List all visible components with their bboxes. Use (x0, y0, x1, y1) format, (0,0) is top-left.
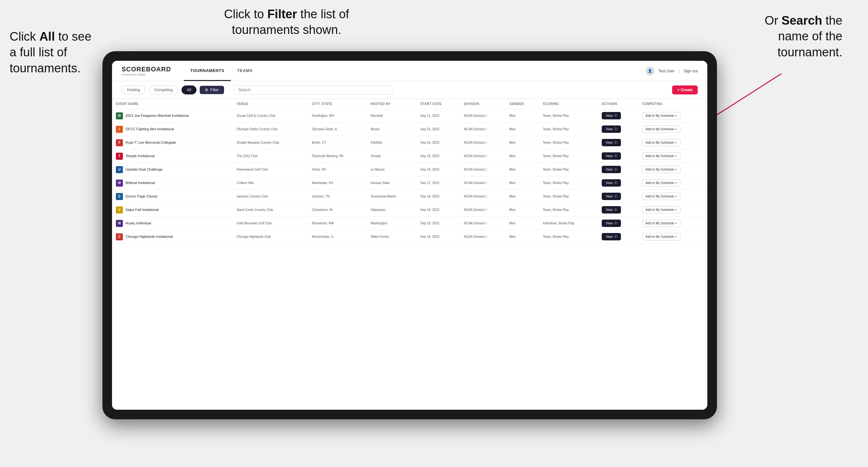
event-name-text: Temple Invitational (125, 154, 155, 158)
hosted-by-cell: Tennessee-Martin (367, 190, 416, 203)
view-button[interactable]: View ⓘ (602, 166, 621, 173)
search-input[interactable] (234, 85, 394, 95)
event-name-text: Wildcat Invitational (125, 181, 155, 185)
start-date-cell: Sep 16, 2023 (416, 136, 460, 150)
venue-cell: Olympia Fields Country Club (233, 123, 308, 136)
view-button[interactable]: View ⓘ (602, 220, 621, 227)
division-cell: NCAA Division I (460, 109, 505, 123)
tablet-screen: SCOREBOARD Powered by clippd TOURNAMENTS… (112, 61, 707, 410)
table-row: M 2023 Joe Feaganes Marshall Invitationa… (112, 109, 707, 123)
nav-tab-teams[interactable]: TEAMS (231, 61, 259, 81)
event-name-text: Upstate Dual Challenge (125, 167, 163, 172)
city-cell: Plymouth Meeting, PA (308, 150, 367, 163)
division-cell: NCAA Division I (460, 163, 505, 176)
division-cell: NCAA Division I (460, 123, 505, 136)
col-event-name: EVENT NAME (112, 99, 233, 109)
view-button[interactable]: View ⓘ (602, 112, 621, 119)
venue-cell: Sand Creek Country Club (233, 203, 308, 217)
gender-cell: Men (505, 190, 539, 203)
view-button[interactable]: View ⓘ (602, 125, 621, 133)
view-button[interactable]: View ⓘ (602, 233, 621, 240)
event-name-cell: V Valpo Fall Invitational (112, 203, 233, 217)
event-name-text: OFCC Fighting Illini Invitational (125, 127, 174, 131)
venue-cell: Shuttle Meadow Country Club (233, 136, 308, 150)
add-schedule-button[interactable]: Add to My Schedule + (642, 125, 680, 133)
add-schedule-button[interactable]: Add to My Schedule + (642, 166, 680, 173)
competing-cell: Add to My Schedule + (638, 163, 707, 176)
team-icon: G (116, 193, 123, 200)
logo-area: SCOREBOARD Powered by clippd (122, 66, 171, 76)
filter-label: Filter (210, 88, 219, 92)
actions-cell: View ⓘ (598, 163, 638, 176)
event-name-text: Chicago Highlands Invitational (125, 234, 173, 239)
hosted-by-cell: Marshall (367, 109, 416, 123)
start-date-cell: Sep 18, 2023 (416, 217, 460, 230)
view-button[interactable]: View ⓘ (602, 193, 621, 200)
sign-out-link[interactable]: Sign out (684, 69, 698, 73)
tablet-frame: SCOREBOARD Powered by clippd TOURNAMENTS… (102, 51, 717, 419)
tab-hosting[interactable]: Hosting (122, 86, 146, 94)
venue-cell: Colbert Hills (233, 176, 308, 190)
view-button[interactable]: View ⓘ (602, 179, 621, 187)
table-row: U Upstate Dual Challenge Ravenwood Golf … (112, 163, 707, 176)
start-date-cell: Sep 18, 2023 (416, 230, 460, 244)
add-schedule-button[interactable]: Add to My Schedule + (642, 112, 680, 119)
start-date-cell: Sep 11, 2023 (416, 109, 460, 123)
table-row: I OFCC Fighting Illini Invitational Olym… (112, 123, 707, 136)
add-schedule-button[interactable]: Add to My Schedule + (642, 233, 680, 240)
division-cell: NCAA Division I (460, 176, 505, 190)
competing-cell: Add to My Schedule + (638, 136, 707, 150)
col-actions: ACTIONS (598, 99, 638, 109)
add-schedule-button[interactable]: Add to My Schedule + (642, 139, 680, 146)
add-schedule-button[interactable]: Add to My Schedule + (642, 220, 680, 227)
table-row: C Chicago Highlands Invitational Chicago… (112, 230, 707, 244)
info-icon: ⓘ (614, 221, 617, 225)
tab-competing[interactable]: Competing (149, 86, 178, 94)
actions-cell: View ⓘ (598, 217, 638, 230)
table-row: G Grover Page Classic Jackson Country Cl… (112, 190, 707, 203)
filter-button[interactable]: ⚙ Filter (200, 86, 224, 94)
city-cell: Bremerton, WA (308, 217, 367, 230)
gender-cell: Men (505, 163, 539, 176)
info-icon: ⓘ (614, 114, 617, 118)
col-competing: COMPETING (638, 99, 707, 109)
view-button[interactable]: View ⓘ (602, 152, 621, 160)
nav-tab-tournaments[interactable]: TOURNAMENTS (184, 61, 230, 81)
actions-cell: View ⓘ (598, 203, 638, 217)
division-cell: NCAA Division I (460, 230, 505, 244)
hosted-by-cell: Wake Forest (367, 230, 416, 244)
venue-cell: Jackson Country Club (233, 190, 308, 203)
add-schedule-button[interactable]: Add to My Schedule + (642, 206, 680, 214)
venue-cell: Ravenwood Golf Club (233, 163, 308, 176)
scoring-cell: Team, Stroke Play (539, 176, 598, 190)
scoring-cell: Team, Stroke Play (539, 150, 598, 163)
venue-cell: Guyan Golf & Country Club (233, 109, 308, 123)
add-schedule-button[interactable]: Add to My Schedule + (642, 179, 680, 187)
team-icon: I (116, 126, 123, 133)
team-icon: M (116, 112, 123, 119)
hosted-by-cell: Illinois (367, 123, 416, 136)
create-button[interactable]: + Create (672, 86, 698, 94)
col-division: DIVISION (460, 99, 505, 109)
scoring-cell: Individual, Stroke Play (539, 217, 598, 230)
team-icon: U (116, 166, 123, 173)
team-icon: V (116, 207, 123, 214)
hosted-by-cell: Temple (367, 150, 416, 163)
tab-all[interactable]: All (182, 86, 196, 94)
view-button[interactable]: View ⓘ (602, 206, 621, 214)
scoring-cell: Team, Stroke Play (539, 230, 598, 244)
competing-cell: Add to My Schedule + (638, 203, 707, 217)
info-icon: ⓘ (614, 167, 617, 172)
competing-cell: Add to My Schedule + (638, 190, 707, 203)
division-cell: NCAA Division I (460, 217, 505, 230)
user-avatar: 👤 (646, 67, 654, 75)
add-schedule-button[interactable]: Add to My Schedule + (642, 152, 680, 160)
competing-cell: Add to My Schedule + (638, 176, 707, 190)
actions-cell: View ⓘ (598, 136, 638, 150)
city-cell: Chesterton, IN (308, 203, 367, 217)
team-icon: W (116, 180, 123, 187)
view-button[interactable]: View ⓘ (602, 139, 621, 146)
add-schedule-button[interactable]: Add to My Schedule + (642, 193, 680, 200)
col-gender: GENDER (505, 99, 539, 109)
team-icon: W (116, 220, 123, 227)
